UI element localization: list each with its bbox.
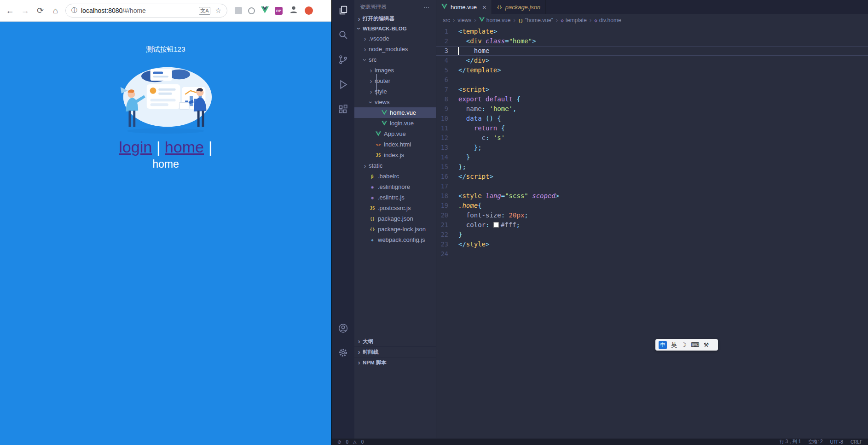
code-line-20[interactable]: 20 font-size: 20px; — [436, 211, 868, 220]
reload-icon[interactable]: ⟳ — [33, 3, 48, 18]
tree-item-node_modules[interactable]: ›node_modules — [354, 44, 436, 54]
tree-item-package.json[interactable]: {}package.json — [354, 213, 436, 224]
line-content: </div> — [458, 56, 489, 65]
code-line-7[interactable]: 7<script> — [436, 85, 868, 94]
moon-icon[interactable]: ☽ — [681, 341, 687, 348]
home-icon[interactable]: ⌂ — [48, 3, 63, 18]
extension-icon[interactable] — [235, 7, 242, 14]
forward-icon[interactable]: → — [17, 3, 33, 18]
js-icon: JS — [375, 153, 382, 158]
login-link[interactable]: login — [119, 138, 152, 156]
line-number: 9 — [436, 104, 458, 114]
extensions-icon[interactable] — [332, 100, 354, 118]
toolbox-icon[interactable]: ⚒ — [703, 341, 709, 348]
run-debug-icon[interactable] — [332, 75, 354, 94]
code-line-12[interactable]: 12 c: 's' — [436, 133, 868, 143]
ime-language-indicator[interactable]: 英 — [671, 341, 677, 349]
rp-extension-icon[interactable]: RP — [275, 7, 283, 15]
project-root-section[interactable]: › WEBPACK-BLOG — [354, 23, 436, 33]
tree-item-.vscode[interactable]: ›.vscode — [354, 33, 436, 44]
tree-item-images[interactable]: ›images — [354, 65, 436, 76]
tab-package-json[interactable]: {} package.json — [492, 0, 546, 14]
tree-item-webpack.config.js[interactable]: ❖webpack.config.js — [354, 234, 436, 245]
code-line-4[interactable]: 4 </div> — [436, 56, 868, 65]
breadcrumb-item[interactable]: ◇div.home — [594, 17, 621, 23]
code-line-9[interactable]: 9 name: 'home', — [436, 104, 868, 114]
bookmark-star-icon[interactable]: ☆ — [215, 6, 221, 15]
keyboard-icon[interactable]: ⌨ — [691, 341, 700, 348]
tree-item-views[interactable]: ›views — [354, 97, 436, 107]
breadcrumb-item[interactable]: ◇template — [561, 17, 587, 23]
tree-item-index.js[interactable]: JSindex.js — [354, 150, 436, 160]
code-line-21[interactable]: 21 color: #fff; — [436, 220, 868, 230]
tree-item-style[interactable]: ›style — [354, 86, 436, 97]
tree-item-router[interactable]: ›router — [354, 76, 436, 86]
breadcrumb-item[interactable]: src — [443, 17, 450, 23]
npm-scripts-section[interactable]: › NPM 脚本 — [354, 357, 436, 368]
problems-indicator[interactable]: ⊘0 △0 — [337, 439, 364, 445]
code-line-18[interactable]: 18<style lang="scss" scoped> — [436, 191, 868, 201]
explorer-icon[interactable] — [332, 1, 354, 19]
timeline-section[interactable]: › 时间线 — [354, 346, 436, 357]
status-right: 行 3，列 1空格: 2UTF-8CRLF — [780, 439, 862, 445]
home-link[interactable]: home — [165, 138, 204, 156]
breadcrumb-item[interactable]: views — [457, 17, 471, 23]
chevron-right-icon: › — [356, 359, 362, 366]
address-bar[interactable]: ⓘ localhost:8080/#/home 文A ☆ — [65, 4, 227, 18]
code-line-11[interactable]: 11 return { — [436, 123, 868, 133]
code-line-24[interactable]: 24 — [436, 249, 868, 259]
line-content: home — [458, 46, 489, 56]
tree-item-static[interactable]: ›static — [354, 160, 436, 171]
close-icon[interactable]: × — [482, 3, 486, 11]
code-line-16[interactable]: 16</script> — [436, 172, 868, 182]
profile-icon[interactable] — [289, 5, 299, 17]
code-line-22[interactable]: 22} — [436, 230, 868, 240]
vue-devtools-icon[interactable] — [261, 6, 269, 15]
code-line-15[interactable]: 15}; — [436, 162, 868, 172]
account-icon[interactable] — [332, 319, 354, 337]
status-item[interactable]: CRLF — [851, 439, 862, 445]
code-line-2[interactable]: 2 <div class="home"> — [436, 36, 868, 46]
breadcrumb-item[interactable]: home.vue — [479, 17, 511, 23]
code-line-5[interactable]: 5</template> — [436, 65, 868, 75]
back-icon[interactable]: ← — [2, 3, 17, 18]
tree-item-src[interactable]: ›src — [354, 54, 436, 65]
tree-item-.postcssrc.js[interactable]: JS.postcssrc.js — [354, 203, 436, 213]
ime-mode-icon[interactable]: 中 — [659, 341, 667, 349]
status-item[interactable]: UTF-8 — [830, 439, 843, 445]
breadcrumb-item[interactable]: {}"home.vue" — [518, 17, 553, 23]
code-line-14[interactable]: 14 } — [436, 152, 868, 162]
tree-item-login.vue[interactable]: login.vue — [354, 118, 436, 129]
code-line-17[interactable]: 17 — [436, 182, 868, 191]
tree-item-package-lock.json[interactable]: {}package-lock.json — [354, 224, 436, 234]
tree-item-App.vue[interactable]: App.vue — [354, 129, 436, 139]
chevron-right-icon: › — [356, 15, 362, 23]
code-line-3[interactable]: 3 home — [436, 46, 868, 56]
tree-item-.babelrc[interactable]: β.babelrc — [354, 171, 436, 182]
search-icon[interactable] — [332, 25, 354, 44]
status-item[interactable]: 行 3，列 1 — [780, 439, 801, 445]
tree-item-home.vue[interactable]: home.vue — [354, 107, 436, 118]
code-line-8[interactable]: 8export default { — [436, 94, 868, 104]
tree-item-.eslintrc.js[interactable]: ◉.eslintrc.js — [354, 192, 436, 203]
translate-icon[interactable]: 文A — [199, 7, 210, 15]
code-line-13[interactable]: 13 }; — [436, 143, 868, 152]
browser-menu-icon[interactable] — [305, 6, 313, 15]
status-item[interactable]: 空格: 2 — [808, 439, 822, 445]
code-editor[interactable]: 1<template>2 <div class="home">3 home4 <… — [436, 26, 868, 439]
page-info-icon[interactable]: ⓘ — [71, 6, 77, 15]
code-line-6[interactable]: 6 — [436, 75, 868, 85]
tree-item-index.html[interactable]: <>index.html — [354, 139, 436, 150]
code-line-10[interactable]: 10 data () { — [436, 114, 868, 123]
outline-section[interactable]: › 大纲 — [354, 336, 436, 346]
settings-gear-icon[interactable] — [332, 343, 354, 362]
extension-icon[interactable] — [248, 7, 255, 14]
tab-home-vue[interactable]: home.vue × — [436, 0, 492, 14]
code-line-23[interactable]: 23</style> — [436, 240, 868, 249]
more-actions-icon[interactable]: ⋯ — [423, 4, 430, 11]
source-control-icon[interactable] — [332, 50, 354, 69]
code-line-19[interactable]: 19.home{ — [436, 201, 868, 211]
open-editors-section[interactable]: › 打开的编辑器 — [354, 14, 436, 23]
tree-item-.eslintignore[interactable]: ◉.eslintignore — [354, 182, 436, 192]
code-line-1[interactable]: 1<template> — [436, 27, 868, 36]
